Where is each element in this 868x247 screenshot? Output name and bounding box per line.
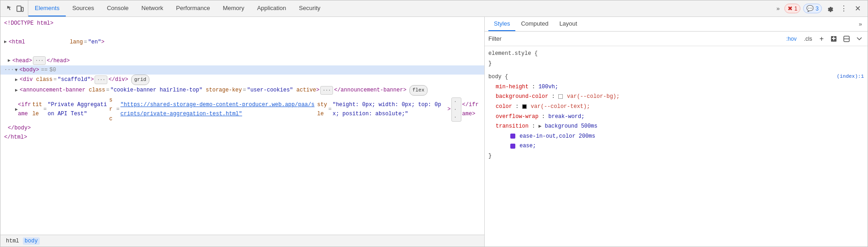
css-prop-min-height[interactable]: min-height : 100vh; [488, 82, 864, 92]
info-badge[interactable]: 💬 3 [803, 4, 822, 13]
svg-rect-0 [17, 6, 21, 11]
toggle-element-state-icon[interactable] [842, 34, 851, 43]
tab-sources[interactable]: Sources [66, 0, 101, 16]
styles-panel: Styles Computed Layout » Filter :hov .cl… [485, 17, 868, 247]
html-triangle[interactable]: ▶ [4, 38, 9, 46]
more-options-button[interactable]: ⋮ [838, 3, 849, 14]
error-icon: ✖ [788, 5, 793, 12]
div-scaffold-line[interactable]: ▶ <div class="scaffold" > ··· </div> gri… [0, 75, 484, 85]
devtools-window: Elements Sources Console Network Perform… [0, 0, 868, 247]
hov-filter-button[interactable]: :hov [784, 35, 799, 43]
iframe-line[interactable]: ▶ <iframe title="Private Aggregation API… [0, 96, 484, 124]
doctype-line: <!DOCTYPE html> [0, 19, 484, 28]
styles-more-tabs[interactable]: » [857, 19, 864, 29]
cls-filter-button[interactable]: .cls [802, 35, 814, 43]
tab-application[interactable]: Application [251, 0, 293, 16]
head-dots[interactable]: ··· [33, 56, 46, 65]
filter-row: Filter :hov .cls + [485, 32, 868, 46]
tab-console[interactable]: Console [101, 0, 135, 16]
error-badge[interactable]: ✖ 1 [784, 4, 801, 13]
styles-tab-styles[interactable]: Styles [488, 17, 515, 31]
bg-color-swatch[interactable] [558, 94, 563, 99]
banner-dots[interactable]: ··· [320, 86, 333, 95]
body-rule: body { (index):1 min-height : 100vh; bac… [488, 72, 864, 161]
body-selector[interactable]: body { [488, 74, 508, 80]
css-transition-sub1: ease-in-out,color 200ms [488, 132, 864, 142]
new-style-rule-icon[interactable] [829, 34, 838, 43]
tab-memory[interactable]: Memory [217, 0, 251, 16]
devtools-icons [2, 0, 28, 16]
text-color-swatch[interactable] [522, 104, 527, 109]
more-tabs-button[interactable]: » [774, 4, 781, 13]
transition-expand[interactable]: ▶ [539, 124, 542, 129]
elements-content[interactable]: <!DOCTYPE html> ▶ <html lang="en" > ▶ <h… [0, 17, 484, 235]
styles-tabs: Styles Computed Layout » [485, 17, 868, 32]
breadcrumb-body[interactable]: body [23, 237, 40, 245]
css-prop-transition[interactable]: transition : ▶ background 500ms [488, 122, 864, 132]
element-style-rule: element.style { } [488, 49, 864, 69]
scaffold-triangle[interactable]: ▶ [15, 76, 20, 84]
transition-color-swatch-2[interactable] [510, 144, 515, 149]
error-count: 1 [794, 5, 798, 12]
banner-triangle[interactable]: ▶ [15, 86, 20, 94]
grid-badge[interactable]: grid [131, 75, 149, 85]
svg-rect-1 [21, 7, 23, 11]
inspect-element-icon[interactable] [6, 5, 14, 13]
tab-security[interactable]: Security [292, 0, 327, 16]
announcement-banner-line[interactable]: ▶ <announcement-banner class="cookie-ban… [0, 85, 484, 96]
body-triangle[interactable]: ▼ [15, 66, 20, 74]
scaffold-dots[interactable]: ··· [95, 75, 107, 84]
element-style-selector[interactable]: element.style { [488, 50, 538, 57]
close-icon: ✕ [855, 4, 861, 13]
add-style-button[interactable]: + [818, 34, 826, 44]
expand-all-icon[interactable] [855, 34, 864, 43]
elements-panel: <!DOCTYPE html> ▶ <html lang="en" > ▶ <h… [0, 17, 485, 247]
styles-tab-layout[interactable]: Layout [554, 17, 582, 31]
body-source[interactable]: (index):1 [837, 72, 864, 81]
tab-elements[interactable]: Elements [28, 0, 66, 16]
css-prop-background-color[interactable]: background-color : var(--color-bg); [488, 92, 864, 102]
close-devtools-button[interactable]: ✕ [852, 3, 863, 14]
main-area: <!DOCTYPE html> ▶ <html lang="en" > ▶ <h… [0, 17, 868, 247]
filter-label: Filter [488, 35, 502, 42]
css-transition-sub2: ease; [488, 141, 864, 151]
tab-network[interactable]: Network [135, 0, 170, 16]
main-tabs: Elements Sources Console Network Perform… [28, 0, 772, 16]
settings-button[interactable] [825, 3, 836, 14]
tab-bar: Elements Sources Console Network Perform… [0, 0, 868, 17]
close-html-line: </html> [0, 133, 484, 142]
css-content: element.style { } body { (index):1 [485, 46, 868, 247]
head-triangle[interactable]: ▶ [8, 57, 12, 64]
flex-badge[interactable]: flex [409, 85, 428, 96]
close-body-line: </body> [0, 124, 484, 133]
tab-performance[interactable]: Performance [169, 0, 216, 16]
breadcrumb-html[interactable]: html [4, 237, 21, 245]
info-count: 3 [815, 5, 819, 12]
css-prop-color[interactable]: color : var(--color-text); [488, 102, 864, 112]
device-toggle-icon[interactable] [16, 5, 24, 13]
styles-tab-computed[interactable]: Computed [515, 17, 554, 31]
css-prop-overflow-wrap[interactable]: overflow-wrap : break-word; [488, 112, 864, 122]
info-icon: 💬 [806, 5, 814, 12]
transition-color-swatch-1[interactable] [510, 134, 515, 139]
body-line[interactable]: ··· ▼ <body> == $0 [0, 65, 484, 75]
tab-bar-right: » ✖ 1 💬 3 ⋮ ✕ [772, 3, 866, 14]
html-tag-line[interactable]: ▶ <html lang="en" > [0, 28, 484, 56]
vertical-dots-icon: ⋮ [840, 4, 847, 13]
head-line[interactable]: ▶ <head> ··· </head> [0, 56, 484, 65]
breadcrumb-bar: html body [0, 235, 484, 247]
iframe-dots[interactable]: ··· [451, 97, 461, 122]
